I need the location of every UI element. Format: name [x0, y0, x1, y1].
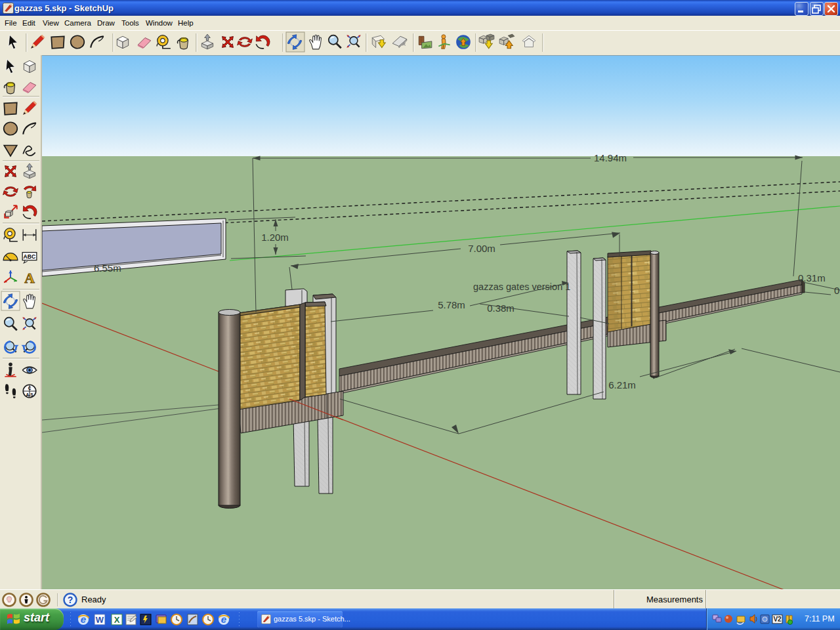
svg-text:6.55m: 6.55m: [94, 262, 121, 274]
svg-text:7.00m: 7.00m: [468, 243, 495, 254]
svg-text:14.94m: 14.94m: [594, 152, 627, 163]
svg-text:0.: 0.: [834, 285, 840, 296]
svg-text:6.21m: 6.21m: [608, 379, 636, 390]
svg-text:X: X: [114, 615, 120, 625]
svg-text:1.20m: 1.20m: [261, 232, 289, 243]
svg-text:0.31m: 0.31m: [798, 272, 826, 284]
svg-text:?: ?: [68, 595, 74, 605]
svg-text:V2: V2: [773, 616, 782, 623]
svg-text:W: W: [96, 615, 104, 625]
svg-text:5.78m: 5.78m: [438, 299, 465, 310]
svg-text:0.38m: 0.38m: [487, 303, 514, 314]
svg-text:gazzas gates version 1: gazzas gates version 1: [473, 282, 570, 292]
